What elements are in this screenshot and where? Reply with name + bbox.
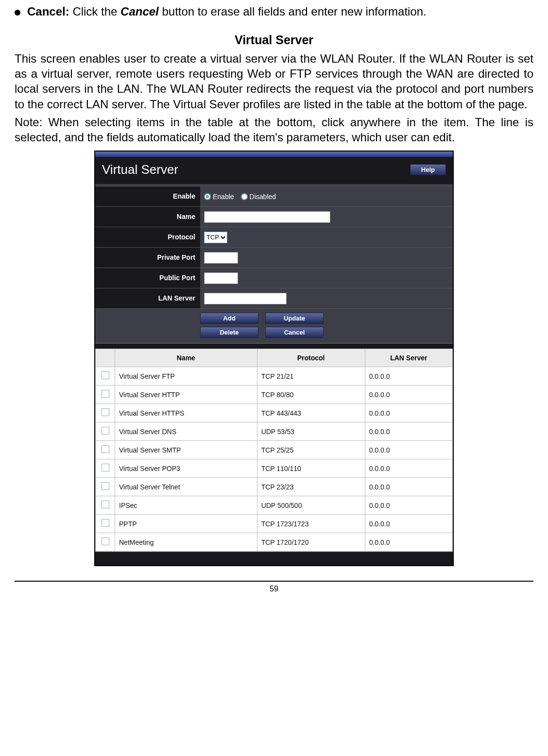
- radio-icon: [241, 193, 248, 200]
- panel-title: Virtual Server: [102, 162, 178, 177]
- public-port-input[interactable]: [204, 272, 238, 284]
- th-name: Name: [115, 349, 257, 367]
- row-name: Virtual Server FTP: [115, 367, 257, 386]
- row-checkbox[interactable]: [102, 464, 109, 471]
- table-row[interactable]: Virtual Server POP3TCP 110/1100.0.0.0: [96, 459, 453, 478]
- row-checkbox-cell: [96, 459, 115, 478]
- row-checkbox-cell: [96, 441, 115, 459]
- table-row[interactable]: NetMeetingTCP 1720/17200.0.0.0: [96, 533, 453, 552]
- row-checkbox-cell: [96, 496, 115, 515]
- name-input[interactable]: [204, 211, 330, 223]
- row-checkbox[interactable]: [102, 445, 109, 453]
- th-protocol: Protocol: [257, 349, 365, 367]
- row-checkbox[interactable]: [102, 390, 109, 398]
- th-lan-server: LAN Server: [365, 349, 452, 367]
- row-checkbox-cell: [96, 422, 115, 441]
- bullet-after: button to erase all fields and enter new…: [159, 5, 427, 18]
- row-protocol: TCP 110/110: [257, 459, 365, 478]
- bullet-cancel: Cancel: Click the Cancel button to erase…: [15, 5, 533, 18]
- enable-label: Enable: [95, 186, 200, 206]
- table-row[interactable]: IPSecUDP 500/5000.0.0.0: [96, 496, 453, 515]
- delete-button[interactable]: Delete: [200, 327, 258, 338]
- row-checkbox[interactable]: [102, 427, 109, 435]
- row-protocol: TCP 21/21: [257, 367, 365, 386]
- cancel-button[interactable]: Cancel: [265, 327, 324, 338]
- panel-header: Virtual Server Help: [95, 157, 453, 186]
- window-titlebar: [95, 151, 453, 157]
- lan-server-label: LAN Server: [95, 288, 200, 308]
- lan-server-input[interactable]: [204, 293, 287, 304]
- row-name: Virtual Server DNS: [115, 422, 257, 441]
- virtual-server-screenshot: Virtual Server Help Enable Enable Disabl…: [94, 151, 454, 566]
- row-checkbox[interactable]: [102, 519, 109, 527]
- row-lan: 0.0.0.0: [365, 367, 452, 386]
- name-label: Name: [95, 207, 200, 227]
- protocol-label: Protocol: [95, 227, 200, 247]
- bullet-icon: [15, 10, 20, 16]
- table-row[interactable]: Virtual Server SMTPTCP 25/250.0.0.0: [96, 441, 453, 459]
- radio-icon: [204, 193, 211, 200]
- disabled-option-text: Disabled: [250, 193, 276, 201]
- row-checkbox-cell: [96, 515, 115, 533]
- row-protocol: TCP 25/25: [257, 441, 365, 459]
- button-row: Add Update Delete Cancel: [95, 308, 453, 343]
- row-checkbox-cell: [96, 404, 115, 422]
- table-row[interactable]: Virtual Server HTTPTCP 80/800.0.0.0: [96, 386, 453, 404]
- row-name: PPTP: [115, 515, 257, 533]
- row-checkbox[interactable]: [102, 482, 109, 490]
- row-lan: 0.0.0.0: [365, 533, 452, 552]
- table-gap: [95, 343, 453, 349]
- table-row[interactable]: Virtual Server HTTPSTCP 443/4430.0.0.0: [96, 404, 453, 422]
- row-checkbox[interactable]: [102, 371, 109, 379]
- row-protocol: TCP 443/443: [257, 404, 365, 422]
- row-checkbox-cell: [96, 386, 115, 404]
- update-button[interactable]: Update: [265, 313, 324, 324]
- public-port-label: Public Port: [95, 268, 200, 288]
- profiles-table: Name Protocol LAN Server Virtual Server …: [95, 349, 453, 552]
- row-checkbox[interactable]: [102, 501, 109, 508]
- bullet-label: Cancel:: [27, 5, 69, 18]
- row-lan: 0.0.0.0: [365, 496, 452, 515]
- row-checkbox-cell: [96, 533, 115, 552]
- row-protocol: UDP 500/500: [257, 496, 365, 515]
- bullet-emph: Cancel: [120, 5, 159, 18]
- bottom-bar: [95, 552, 453, 565]
- page-number: 59: [270, 585, 278, 593]
- row-checkbox[interactable]: [102, 538, 109, 545]
- row-name: Virtual Server HTTPS: [115, 404, 257, 422]
- row-lan: 0.0.0.0: [365, 478, 452, 496]
- row-checkbox-cell: [96, 478, 115, 496]
- row-name: Virtual Server POP3: [115, 459, 257, 478]
- paragraph-1: This screen enables user to create a vir…: [15, 51, 533, 112]
- row-protocol: TCP 1720/1720: [257, 533, 365, 552]
- row-name: NetMeeting: [115, 533, 257, 552]
- protocol-select[interactable]: TCP: [204, 232, 227, 243]
- row-protocol: TCP 23/23: [257, 478, 365, 496]
- row-lan: 0.0.0.0: [365, 515, 452, 533]
- row-checkbox[interactable]: [102, 408, 109, 416]
- disabled-radio[interactable]: Disabled: [241, 193, 276, 201]
- table-row[interactable]: PPTPTCP 1723/17230.0.0.0: [96, 515, 453, 533]
- row-checkbox-cell: [96, 367, 115, 386]
- section-title: Virtual Server: [15, 33, 533, 47]
- row-lan: 0.0.0.0: [365, 422, 452, 441]
- private-port-label: Private Port: [95, 248, 200, 268]
- table-row[interactable]: Virtual Server DNSUDP 53/530.0.0.0: [96, 422, 453, 441]
- table-row[interactable]: Virtual Server FTPTCP 21/210.0.0.0: [96, 367, 453, 386]
- row-lan: 0.0.0.0: [365, 404, 452, 422]
- bullet-before: Click the: [72, 5, 120, 18]
- row-name: Virtual Server Telnet: [115, 478, 257, 496]
- paragraph-2: Note: When selecting items in the table …: [15, 115, 533, 145]
- row-name: Virtual Server HTTP: [115, 386, 257, 404]
- help-button[interactable]: Help: [410, 164, 446, 175]
- bullet-text: Cancel: Click the Cancel button to erase…: [27, 5, 533, 18]
- row-protocol: UDP 53/53: [257, 422, 365, 441]
- row-lan: 0.0.0.0: [365, 459, 452, 478]
- page-footer: 59: [15, 581, 533, 593]
- row-name: Virtual Server SMTP: [115, 441, 257, 459]
- enable-radio[interactable]: Enable: [204, 193, 234, 201]
- private-port-input[interactable]: [204, 252, 238, 264]
- add-button[interactable]: Add: [200, 313, 258, 324]
- table-row[interactable]: Virtual Server TelnetTCP 23/230.0.0.0: [96, 478, 453, 496]
- row-lan: 0.0.0.0: [365, 441, 452, 459]
